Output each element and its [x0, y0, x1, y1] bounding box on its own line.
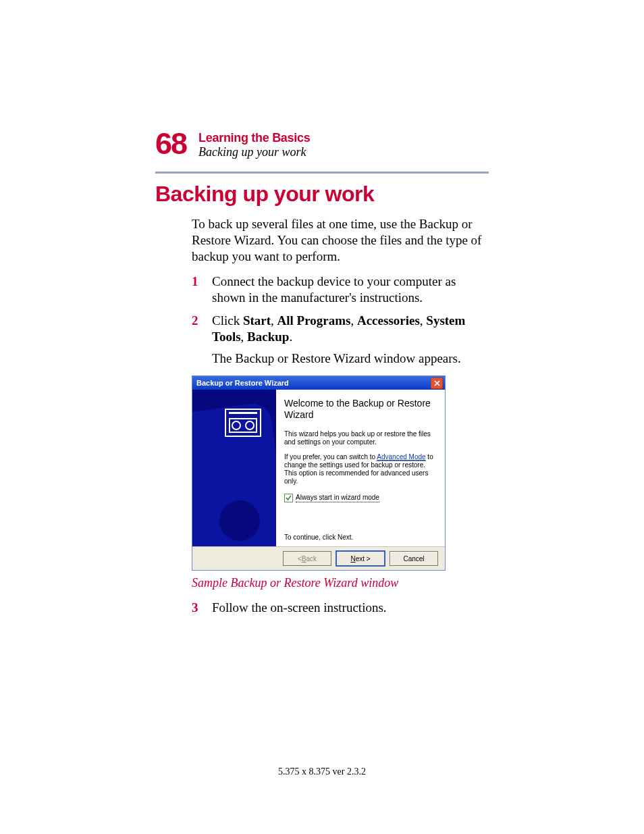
tape-icon: [225, 409, 261, 437]
wizard-window: Backup or Restore Wizard Welcome to the …: [192, 375, 446, 571]
step-text: Follow the on-screen instructions.: [212, 600, 387, 616]
step-number: 1: [192, 273, 201, 306]
menu-path: All Programs: [277, 313, 351, 328]
text: ack: [306, 555, 317, 563]
menu-path: Backup: [247, 330, 289, 344]
window-title: Backup or Restore Wizard: [196, 379, 289, 387]
wizard-screenshot: Backup or Restore Wizard Welcome to the …: [192, 375, 489, 571]
numbered-list: 3 Follow the on-screen instructions.: [192, 600, 489, 616]
header-titles: Learning the Basics Backing up your work: [198, 128, 310, 159]
checkbox-icon: [284, 494, 293, 502]
text: If you prefer, you can switch to: [284, 453, 377, 461]
checkbox-label: Always start in wizard mode: [296, 494, 379, 502]
chapter-title: Learning the Basics: [198, 131, 310, 145]
wizard-graphic: [192, 390, 276, 546]
wizard-footer: < Back Next > Cancel: [192, 547, 445, 570]
titlebar: Backup or Restore Wizard: [192, 376, 445, 390]
always-wizard-checkbox[interactable]: Always start in wizard mode: [284, 494, 437, 502]
page-footer: 5.375 x 8.375 ver 2.3.2: [0, 766, 644, 777]
wizard-heading: Welcome to the Backup or Restore Wizard: [284, 398, 437, 421]
step-text: Connect the backup device to your comput…: [212, 273, 489, 306]
step-number: 3: [192, 600, 201, 616]
figure-caption: Sample Backup or Restore Wizard window: [192, 576, 489, 590]
section-heading: Backing up your work: [155, 182, 489, 207]
step-follow-text: The Backup or Restore Wizard window appe…: [212, 351, 489, 366]
cancel-button[interactable]: Cancel: [390, 551, 438, 566]
wizard-continue-text: To continue, click Next.: [284, 533, 437, 541]
menu-path: Start: [243, 313, 271, 328]
wizard-advanced-note: If you prefer, you can switch to Advance…: [284, 453, 437, 486]
text: ext >: [356, 555, 371, 563]
text: B: [302, 555, 306, 563]
back-button[interactable]: < Back: [283, 551, 331, 566]
list-item: 1 Connect the backup device to your comp…: [192, 273, 489, 306]
document-page: 68 Learning the Basics Backing up your w…: [0, 0, 644, 834]
step-text: Click Start, All Programs, Accessories, …: [212, 313, 489, 345]
text: Click: [212, 313, 243, 328]
close-button[interactable]: [431, 377, 443, 389]
intro-paragraph: To back up several files at one time, us…: [192, 216, 489, 264]
page-header: 68 Learning the Basics Backing up your w…: [155, 128, 489, 159]
next-button[interactable]: Next >: [336, 550, 385, 567]
text: N: [350, 555, 355, 563]
menu-path: Accessories: [357, 313, 420, 328]
numbered-list: 1 Connect the backup device to your comp…: [192, 273, 489, 344]
divider: [155, 172, 489, 174]
page-number: 68: [155, 128, 186, 159]
wizard-content: Welcome to the Backup or Restore Wizard …: [276, 390, 445, 546]
section-subtitle: Backing up your work: [198, 145, 310, 159]
close-icon: [434, 380, 440, 386]
list-item: 3 Follow the on-screen instructions.: [192, 600, 489, 616]
wizard-description: This wizard helps you back up or restore…: [284, 430, 437, 446]
list-item: 2 Click Start, All Programs, Accessories…: [192, 313, 489, 345]
wizard-body: Welcome to the Backup or Restore Wizard …: [192, 390, 445, 547]
step-number: 2: [192, 313, 201, 345]
advanced-mode-link[interactable]: Advanced Mode: [377, 453, 425, 461]
